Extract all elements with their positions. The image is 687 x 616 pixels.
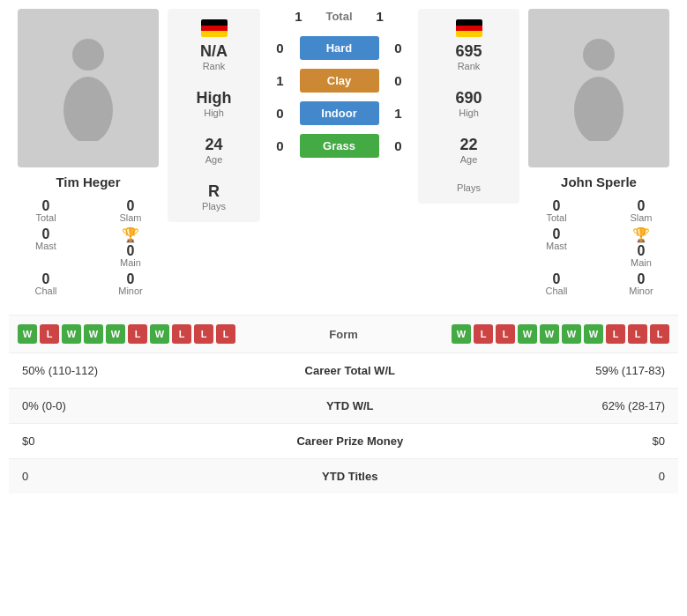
player2-form-badges: WLLWWWWLLL [452,324,669,344]
indoor-p2: 1 [390,106,407,121]
form-badge: W [540,324,559,344]
svg-point-0 [72,39,104,71]
player1-mast-label: Mast [35,241,56,251]
center-label: Career Prize Money [216,424,485,459]
form-badge: W [562,324,581,344]
player2-flag-rank: 695 Rank [427,19,511,71]
player2-plays-item: Plays [427,182,511,193]
total-p1-score: 1 [295,9,302,24]
hard-p1: 0 [272,41,289,56]
player1-chall-label: Chall [34,286,56,296]
player1-plays-label: Plays [176,201,251,212]
player1-card: Tim Heger 0 Total 0 Slam 0 Mast 🏆 0 Mai [9,9,168,301]
player1-slam-label: Slam [119,212,141,223]
form-badge: W [150,324,169,344]
total-row: 1 Total 1 [295,9,384,24]
player1-main-label: Main [120,257,141,268]
player1-chall-row: 0 Chall [9,271,83,296]
indoor-p1: 0 [272,106,289,121]
right-value: 0 [484,459,678,494]
indoor-row: 0 Indoor 1 [260,101,418,125]
table-row: 0YTD Titles0 [9,459,678,494]
grass-p1: 0 [272,138,289,153]
form-badge: L [628,324,647,344]
player1-detail-box: N/A Rank High High 24 Age R Plays [168,9,260,222]
player2-age-label: Age [427,154,511,165]
form-badge: L [194,324,213,344]
player2-total-row: 0 Total [519,198,594,223]
form-badge: L [40,324,59,344]
player2-total-label: Total [546,212,566,223]
player1-plays-item: R Plays [176,182,251,212]
player2-high-label: High [427,108,511,118]
player2-flag [456,19,482,37]
player1-form-badges: WLWWWLWLLL [18,324,235,344]
center-label: YTD Titles [216,459,485,494]
form-badge: L [172,324,191,344]
player1-rank-value: N/A [176,42,251,61]
player1-minor-row: 0 Minor [93,271,168,296]
player2-high-item: 690 High [427,89,511,118]
form-badge: W [518,324,537,344]
player1-total-row: 0 Total [9,198,83,223]
right-value: 62% (28-17) [484,389,678,424]
player1-flag-name: N/A Rank [176,19,251,71]
player2-rank-label: Rank [427,61,511,71]
table-row: 50% (110-112)Career Total W/L59% (117-83… [9,353,678,389]
form-badge: L [474,324,493,344]
player2-plays-label: Plays [427,182,511,193]
hard-row: 0 Hard 0 [260,36,418,60]
clay-p1: 1 [272,73,289,88]
left-value: 0 [9,459,216,494]
player1-photo [18,9,159,167]
grass-btn: Grass [300,134,379,158]
form-badge: L [606,324,625,344]
player2-age-item: 22 Age [427,136,511,165]
player1-age-value: 24 [176,136,251,154]
svg-point-1 [63,77,113,141]
form-badge: L [496,324,515,344]
svg-point-2 [583,39,615,71]
total-p2-score: 1 [377,9,384,24]
table-row: $0Career Prize Money$0 [9,424,678,459]
indoor-btn: Indoor [300,101,379,125]
player2-photo [528,9,669,167]
clay-row: 1 Clay 0 [260,69,418,93]
player2-name: John Sperle [561,174,637,189]
center-label: Career Total W/L [216,353,485,389]
surface-section: 1 Total 1 0 Hard 0 1 Clay 0 0 Indoor 1 [260,9,418,158]
right-value: 59% (117-83) [484,353,678,389]
stats-table: 50% (110-112)Career Total W/L59% (117-83… [9,353,678,494]
form-badge: L [128,324,147,344]
player1-age-item: 24 Age [176,136,251,165]
player1-slam-row: 0 Slam [93,198,168,223]
player2-card: John Sperle 0 Total 0 Slam 0 Mast 🏆 0 M [519,9,678,301]
player2-main-label: Main [631,257,652,268]
hard-p2: 0 [390,41,407,56]
main-container: Tim Heger 0 Total 0 Slam 0 Mast 🏆 0 Mai [0,0,687,502]
clay-btn: Clay [300,69,379,93]
player1-high-label: High [176,108,251,118]
player1-age-label: Age [176,154,251,165]
player1-flag [201,19,228,37]
player2-minor-label: Minor [629,286,653,296]
form-badge: W [584,324,603,344]
player2-rank-value: 695 [427,42,511,61]
player2-trophy-col: 🏆 0 Main [604,226,678,268]
player1-mast-row: 0 Mast [9,226,83,268]
player1-name: Tim Heger [56,174,120,189]
player1-trophy-icon: 🏆 [122,226,139,243]
grass-row: 0 Grass 0 [260,134,418,158]
center-label: YTD W/L [216,389,485,424]
player2-age-value: 22 [427,136,511,154]
form-badge: W [62,324,81,344]
hard-btn: Hard [300,36,379,60]
comparison-section: Tim Heger 0 Total 0 Slam 0 Mast 🏆 0 Mai [9,9,678,301]
player1-total-label: Total [35,212,56,223]
player1-trophy-col: 🏆 0 Main [93,226,168,268]
player1-minor-label: Minor [118,286,143,296]
table-row: 0% (0-0)YTD W/L62% (28-17) [9,389,678,424]
left-value: 50% (110-112) [9,353,216,389]
form-section: WLWWWLWLLL Form WLLWWWWLLL [9,315,678,353]
player2-mast-row: 0 Mast [519,226,594,268]
